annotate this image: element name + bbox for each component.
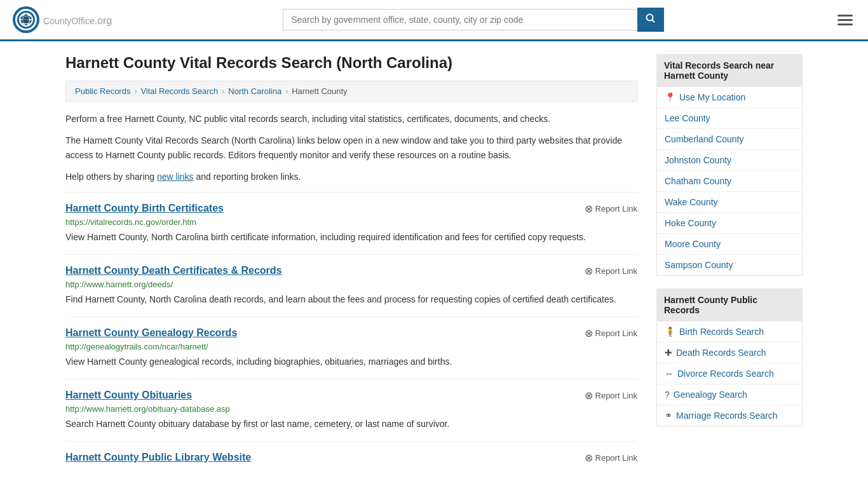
breadcrumb-sep-3: › [285,87,288,96]
nearby-item-label-1: Lee County [665,113,710,123]
result-item: Harnett County Obituaries ⊗ Report Link … [65,379,637,441]
svg-point-6 [647,15,653,21]
desc-3-pre: Help others by sharing [65,172,157,182]
nearby-item-moore[interactable]: Moore County [657,234,802,255]
nearby-item-hoke[interactable]: Hoke County [657,213,802,234]
new-links-link[interactable]: new links [157,172,194,182]
cumberland-county-link[interactable]: Cumberland County [665,134,794,144]
nearby-item-label-7: Moore County [665,239,721,249]
report-link-3[interactable]: ⊗ Report Link [585,390,637,402]
record-item-genealogy[interactable]: ? Genealogy Search [657,384,802,405]
result-url-0[interactable]: https://vitalrecords.nc.gov/order.htm [65,217,637,227]
question-icon: ? [665,390,670,400]
search-input[interactable] [283,9,637,30]
report-link-4[interactable]: ⊗ Report Link [585,452,637,464]
main-container: Harnett County Vital Records Search (Nor… [53,41,815,488]
records-header: Harnett County Public Records [656,288,803,322]
page-title: Harnett County Vital Records Search (Nor… [65,54,637,72]
logo-area: CountyOffice.org [13,6,112,33]
breadcrumb-nc[interactable]: North Carolina [228,86,281,96]
result-url-3[interactable]: http://www.harnett.org/obituary-database… [65,404,637,414]
nearby-item-label-2: Cumberland County [665,134,744,144]
records-list: 🧍 Birth Records Search ✚ Death Records S… [656,322,803,426]
report-icon-0: ⊗ [585,203,593,215]
nearby-item-label-4: Chatham County [665,176,731,186]
nearby-item-label-6: Hoke County [665,218,716,228]
nearby-item-lee[interactable]: Lee County [657,108,802,129]
nearby-item-wake[interactable]: Wake County [657,192,802,213]
search-button[interactable] [637,8,664,32]
report-label-4: Report Link [595,453,637,463]
search-area [283,8,664,32]
record-item-divorce[interactable]: ↔ Divorce Records Search [657,363,802,384]
report-icon-1: ⊗ [585,265,593,277]
report-link-2[interactable]: ⊗ Report Link [585,327,637,339]
hoke-county-link[interactable]: Hoke County [665,218,794,228]
report-label-2: Report Link [595,329,637,338]
nearby-header: Vital Records Search near Harnett County [656,54,803,87]
result-desc-1: Find Harnett County, North Carolina deat… [65,293,637,306]
logo-county: CountyOffice [43,16,95,26]
report-label-1: Report Link [595,266,637,276]
svg-point-0 [18,11,34,28]
use-my-location-link[interactable]: 📍 Use My Location [665,92,794,102]
result-title-4[interactable]: Harnett County Public Library Website [65,452,251,463]
birth-records-link[interactable]: 🧍 Birth Records Search [665,327,794,337]
breadcrumb-public-records[interactable]: Public Records [75,86,130,96]
result-desc-3: Search Harnett County obituary database … [65,417,637,431]
result-item: Harnett County Birth Certificates ⊗ Repo… [65,192,637,254]
record-item-marriage[interactable]: ⚭ Marriage Records Search [657,405,802,426]
report-label-3: Report Link [595,391,637,400]
arrows-icon: ↔ [665,369,674,379]
wake-county-link[interactable]: Wake County [665,197,794,207]
nearby-item-label-8: Sampson County [665,260,733,270]
breadcrumb-vital-records[interactable]: Vital Records Search [140,86,218,96]
divorce-records-link[interactable]: ↔ Divorce Records Search [665,369,794,379]
breadcrumb-sep-1: › [134,87,137,96]
nearby-item-chatham[interactable]: Chatham County [657,171,802,192]
report-link-1[interactable]: ⊗ Report Link [585,265,637,277]
header: CountyOffice.org [0,0,868,41]
result-title-1[interactable]: Harnett County Death Certificates & Reco… [65,265,282,276]
result-item: Harnett County Genealogy Records ⊗ Repor… [65,316,637,379]
pin-icon: 📍 [665,92,675,102]
record-label-4: Marriage Records Search [676,410,778,421]
result-url-1[interactable]: http://www.harnett.org/deeds/ [65,280,637,289]
marriage-records-link[interactable]: ⚭ Marriage Records Search [665,410,794,421]
report-link-0[interactable]: ⊗ Report Link [585,203,637,215]
nearby-list: 📍 Use My Location Lee County Cumberland … [656,87,803,276]
nearby-item-label-5: Wake County [665,197,718,207]
result-title-2[interactable]: Harnett County Genealogy Records [65,327,237,339]
sampson-county-link[interactable]: Sampson County [665,260,794,270]
death-records-link[interactable]: ✚ Death Records Search [665,348,794,358]
lee-county-link[interactable]: Lee County [665,113,794,123]
logo-text: CountyOffice.org [43,13,112,27]
result-url-2[interactable]: http://genealogytrails.com/ncar/harnett/ [65,342,637,351]
report-icon-2: ⊗ [585,327,593,339]
logo-icon [13,6,39,33]
record-item-death[interactable]: ✚ Death Records Search [657,342,802,363]
result-title-3[interactable]: Harnett County Obituaries [65,390,192,401]
moore-county-link[interactable]: Moore County [665,239,794,249]
chatham-county-link[interactable]: Chatham County [665,176,794,186]
genealogy-search-link[interactable]: ? Genealogy Search [665,390,794,400]
record-label-3: Genealogy Search [674,390,747,400]
breadcrumb: Public Records › Vital Records Search › … [65,81,637,102]
nearby-item-location[interactable]: 📍 Use My Location [657,87,802,108]
report-label-0: Report Link [595,204,637,214]
menu-button[interactable] [835,12,855,28]
logo-ext: .org [95,15,112,26]
result-item: Harnett County Death Certificates & Reco… [65,254,637,316]
nearby-item-johnston[interactable]: Johnston County [657,150,802,171]
content-area: Harnett County Vital Records Search (Nor… [65,54,637,477]
result-desc-2: View Harnett County genealogical records… [65,355,637,369]
nearby-item-label-0: Use My Location [679,92,745,102]
record-item-birth[interactable]: 🧍 Birth Records Search [657,322,802,342]
result-desc-0: View Harnett County, North Carolina birt… [65,231,637,244]
johnston-county-link[interactable]: Johnston County [665,155,794,165]
report-icon-4: ⊗ [585,452,593,464]
nearby-item-sampson[interactable]: Sampson County [657,255,802,275]
result-title-0[interactable]: Harnett County Birth Certificates [65,203,224,214]
nearby-item-cumberland[interactable]: Cumberland County [657,129,802,150]
breadcrumb-sep-2: › [222,87,224,96]
